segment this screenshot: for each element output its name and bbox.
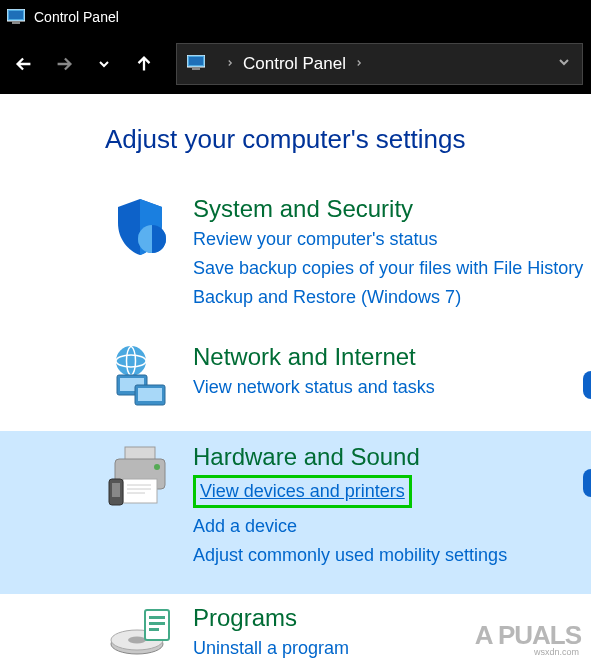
link-mobility-settings[interactable]: Adjust commonly used mobility settings (193, 543, 591, 568)
control-panel-icon (6, 8, 26, 26)
programs-icon (105, 604, 175, 659)
chevron-right-icon[interactable] (225, 56, 235, 72)
category-hardware-sound: Hardware and Sound View devices and prin… (0, 431, 591, 595)
svg-rect-5 (192, 67, 200, 70)
svg-rect-21 (112, 483, 120, 497)
svg-rect-1 (9, 11, 23, 19)
window-title: Control Panel (34, 9, 119, 25)
svg-rect-2 (12, 21, 20, 24)
shield-icon (105, 195, 175, 265)
svg-rect-26 (149, 616, 165, 619)
up-button[interactable] (128, 48, 160, 80)
navigation-bar: Control Panel (0, 34, 591, 94)
link-add-device[interactable]: Add a device (193, 514, 591, 539)
link-view-devices-printers[interactable]: View devices and printers (193, 475, 412, 508)
category-title[interactable]: System and Security (193, 195, 591, 223)
category-title[interactable]: Hardware and Sound (193, 443, 591, 471)
address-bar[interactable]: Control Panel (176, 43, 583, 85)
category-system-security: System and Security Review your computer… (0, 185, 591, 333)
back-button[interactable] (8, 48, 40, 80)
network-icon (105, 343, 175, 413)
address-dropdown-button[interactable] (556, 54, 572, 74)
svg-rect-4 (189, 57, 203, 65)
link-network-status[interactable]: View network status and tasks (193, 375, 591, 400)
forward-button[interactable] (48, 48, 80, 80)
svg-rect-28 (149, 628, 159, 631)
link-file-history[interactable]: Save backup copies of your files with Fi… (193, 256, 591, 281)
svg-rect-27 (149, 622, 165, 625)
partial-icon (583, 371, 591, 399)
svg-point-7 (116, 346, 146, 376)
category-title[interactable]: Network and Internet (193, 343, 591, 371)
address-location[interactable]: Control Panel (243, 54, 346, 74)
svg-point-24 (128, 637, 146, 644)
svg-rect-16 (123, 479, 157, 503)
chevron-right-icon[interactable] (354, 56, 364, 72)
control-panel-icon (187, 55, 207, 73)
recent-dropdown-button[interactable] (88, 48, 120, 80)
printer-icon (105, 443, 175, 513)
partial-icon (583, 469, 591, 497)
category-network-internet: Network and Internet View network status… (0, 333, 591, 431)
window-titlebar: Control Panel (0, 0, 591, 34)
svg-rect-12 (138, 388, 162, 401)
svg-point-15 (154, 464, 160, 470)
watermark-site: wsxdn.com (534, 647, 579, 657)
page-title: Adjust your computer's settings (0, 124, 591, 185)
link-review-status[interactable]: Review your computer's status (193, 227, 591, 252)
link-backup-restore[interactable]: Backup and Restore (Windows 7) (193, 285, 591, 310)
content-area: Adjust your computer's settings System a… (0, 94, 591, 659)
